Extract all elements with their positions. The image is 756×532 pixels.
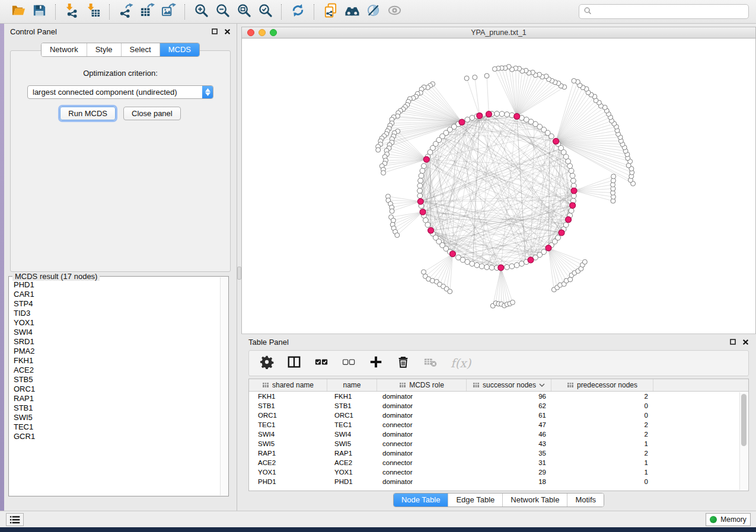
zoom-selected-icon [258, 3, 273, 20]
tab-motifs[interactable]: Motifs [567, 493, 604, 507]
mcds-result-item[interactable]: RAP1 [14, 394, 219, 403]
mcds-result-item[interactable]: GCR1 [14, 432, 219, 441]
tab-network[interactable]: Network [42, 43, 87, 56]
close-panel-icon[interactable] [224, 28, 231, 35]
splitter-handle[interactable] [237, 267, 241, 280]
tab-mcds[interactable]: MCDS [160, 43, 199, 56]
export-network-button[interactable] [115, 3, 136, 21]
mcds-result-item[interactable]: SWI4 [14, 328, 219, 337]
column-header-predecessor-nodes[interactable]: predecessor nodes [551, 379, 653, 391]
memory-status-icon [710, 516, 717, 523]
column-header-name[interactable]: name [327, 379, 377, 391]
tab-edge-table[interactable]: Edge Table [448, 493, 502, 507]
zoom-out-icon [215, 3, 230, 20]
table-panel: Table Panel f(x) shared namenameMCDS rol… [241, 334, 756, 511]
show-columns-button[interactable] [287, 355, 301, 371]
result-list-scrollbar[interactable] [220, 277, 228, 495]
tab-node-table[interactable]: Node Table [394, 493, 448, 507]
column-header-shared-name[interactable]: shared name [249, 379, 327, 391]
window-maximize-icon[interactable] [270, 29, 277, 36]
save-session-icon [32, 3, 47, 20]
window-close-icon[interactable] [247, 29, 254, 36]
table-row[interactable]: SWI4SWI4dominator462 [249, 430, 739, 439]
mcds-result-item[interactable]: TID3 [14, 309, 219, 318]
table-cell: FKH1 [249, 393, 327, 400]
desktop-background-left [0, 24, 4, 511]
search-network-button[interactable] [341, 3, 362, 21]
tab-style[interactable]: Style [87, 43, 121, 56]
create-column-button[interactable] [369, 355, 383, 371]
table-row[interactable]: FKH1FKH1dominator962 [249, 392, 739, 401]
table-row[interactable]: STB1STB1dominator620 [249, 401, 739, 411]
table-row[interactable]: SWI5SWI5connector431 [249, 439, 739, 448]
network-canvas[interactable] [242, 39, 755, 334]
window-minimize-icon[interactable] [259, 29, 266, 36]
close-panel-button[interactable]: Close panel [123, 107, 181, 120]
zoom-selected-button[interactable] [254, 3, 276, 21]
mcds-result-item[interactable]: SRD1 [14, 337, 219, 347]
table-settings-button[interactable] [260, 355, 274, 371]
show-graphics-details-button[interactable] [384, 3, 405, 21]
table-scrollbar-thumb[interactable] [741, 394, 747, 446]
network-view-window: YPA_prune.txt_1 [241, 27, 756, 334]
column-header-successor-nodes[interactable]: successor nodes [467, 379, 551, 391]
table-row[interactable]: ORC1ORC1dominator610 [249, 411, 739, 420]
zoom-out-button[interactable] [212, 3, 233, 21]
select-all-button[interactable] [314, 355, 328, 371]
export-network-icon [119, 3, 133, 20]
delete-columns-button[interactable] [396, 355, 410, 371]
mcds-result-item[interactable]: ACE2 [14, 366, 219, 375]
export-table-button[interactable] [136, 3, 158, 21]
table-scrollbar[interactable] [739, 392, 748, 490]
open-session-button[interactable] [7, 3, 28, 21]
mcds-result-item[interactable]: STB5 [14, 375, 219, 384]
float-panel-icon[interactable] [211, 28, 218, 35]
memory-button[interactable]: Memory [706, 513, 751, 526]
close-table-panel-icon[interactable] [742, 338, 749, 345]
clone-network-button[interactable] [320, 3, 341, 21]
table-row[interactable]: TEC1TEC1connector472 [249, 420, 739, 430]
zoom-fit-button[interactable] [233, 3, 254, 21]
control-panel-tabs: NetworkStyleSelectMCDS [41, 43, 200, 57]
tab-network-table[interactable]: Network Table [502, 493, 567, 507]
task-history-button[interactable] [6, 513, 24, 526]
import-table-button[interactable] [82, 3, 104, 21]
table-row[interactable]: ACE2ACE2connector311 [249, 458, 739, 467]
search-box[interactable] [579, 4, 749, 19]
mcds-result-item[interactable]: STB1 [14, 403, 219, 413]
mcds-result-item[interactable]: YOX1 [14, 318, 219, 328]
table-cell: ORC1 [327, 412, 377, 419]
save-session-button[interactable] [28, 3, 50, 21]
apply-layout-button[interactable] [287, 3, 308, 21]
mcds-result-item[interactable]: SWI5 [14, 413, 219, 422]
hide-graphics-details-button[interactable] [362, 3, 384, 21]
attribute-icon [567, 382, 574, 389]
attribute-icon [473, 382, 480, 389]
table-row[interactable]: RAP1RAP1dominator352 [249, 448, 739, 458]
table-cell: dominator [377, 402, 467, 409]
mcds-result-item[interactable]: TEC1 [14, 422, 219, 432]
mcds-result-item[interactable]: FKH1 [14, 356, 219, 366]
search-input[interactable] [592, 8, 744, 16]
criterion-select[interactable]: largest connected component (undirected) [27, 85, 213, 99]
table-delete-icon [423, 355, 438, 371]
mcds-result-item[interactable]: CAR1 [14, 290, 219, 299]
run-mcds-button[interactable]: Run MCDS [60, 107, 116, 120]
mcds-result-item[interactable]: PMA2 [14, 347, 219, 356]
mcds-result-item[interactable]: ORC1 [14, 384, 219, 394]
mcds-result-item[interactable]: STP4 [14, 299, 219, 309]
vertical-splitter[interactable] [237, 24, 241, 511]
column-header-mcds-role[interactable]: MCDS role [377, 379, 467, 391]
export-image-button[interactable] [158, 3, 179, 21]
optimization-criterion-label: Optimization criterion: [11, 69, 230, 78]
tab-select[interactable]: Select [121, 43, 160, 56]
zoom-in-button[interactable] [190, 3, 212, 21]
import-network-button[interactable] [61, 3, 82, 21]
trash-icon [396, 355, 410, 371]
table-row[interactable]: YOX1YOX1connector291 [249, 467, 739, 477]
float-table-panel-icon[interactable] [729, 338, 736, 345]
mcds-result-item[interactable]: PHD1 [14, 280, 219, 290]
deselect-all-button[interactable] [342, 355, 356, 371]
table-cell: dominator [377, 450, 467, 457]
table-row[interactable]: PHD1PHD1dominator180 [249, 477, 739, 486]
